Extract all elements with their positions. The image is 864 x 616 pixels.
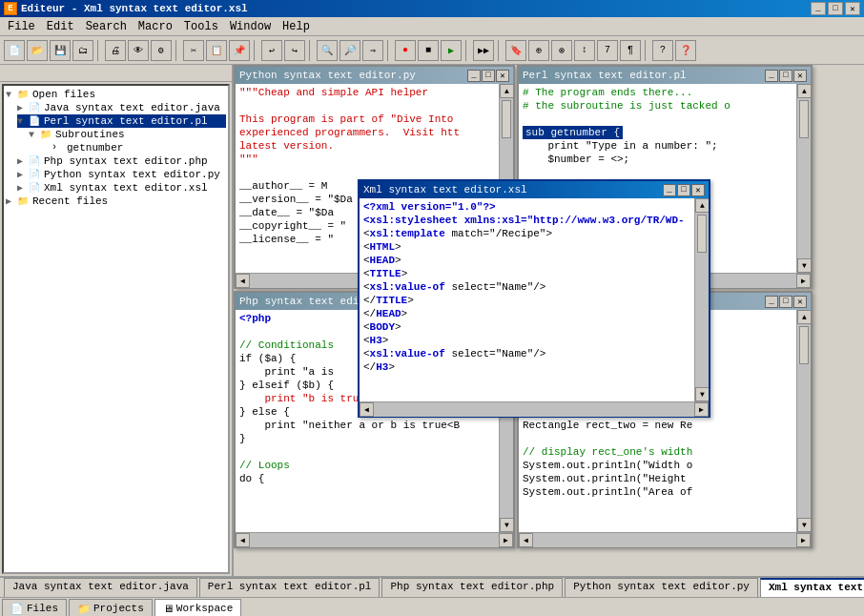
scroll-up[interactable]: ▲: [797, 84, 811, 98]
goto-button[interactable]: ⇒: [362, 40, 383, 61]
scroll-down[interactable]: ▼: [797, 258, 811, 273]
scroll-thumb[interactable]: [799, 326, 809, 364]
about-button[interactable]: ❓: [675, 40, 696, 61]
close-button[interactable]: ✕: [845, 2, 860, 15]
xml-maximize[interactable]: □: [677, 184, 690, 196]
tree-perl-file[interactable]: ▼ 📄 Perl syntax text editor.pl: [17, 114, 226, 128]
tab-java[interactable]: Java syntax text editor.java: [4, 578, 197, 597]
hscroll-right[interactable]: ▶: [499, 533, 513, 547]
scroll-down[interactable]: ▼: [797, 518, 811, 532]
python-close[interactable]: ✕: [496, 70, 509, 82]
file-tree-content[interactable]: ▼ 📁 Open files ▶ 📄 Java syntax text edit…: [2, 84, 230, 574]
menu-window[interactable]: Window: [224, 18, 277, 35]
tree-php-file[interactable]: ▶ 📄 Php syntax text editor.php: [17, 154, 226, 168]
find-button[interactable]: 🔍: [317, 40, 338, 61]
bookmark-button[interactable]: 🔖: [505, 40, 526, 61]
run-button[interactable]: ▶▶: [473, 40, 494, 61]
redo-button[interactable]: ↪: [284, 40, 305, 61]
stop-button[interactable]: ■: [418, 40, 439, 61]
tab-python[interactable]: Python syntax text editor.py: [565, 578, 758, 597]
save-all-button[interactable]: 🗂: [72, 40, 93, 61]
scroll-track[interactable]: [695, 213, 709, 387]
scroll-thumb[interactable]: [799, 100, 809, 138]
java-close[interactable]: ✕: [793, 296, 807, 308]
tree-recent-files[interactable]: ▶ 📁 Recent files: [6, 195, 226, 208]
save-button[interactable]: 💾: [50, 40, 71, 61]
undo-button[interactable]: ↩: [261, 40, 282, 61]
b2-button[interactable]: ⊕: [528, 40, 549, 61]
properties-button[interactable]: ⚙: [151, 40, 172, 61]
python-maximize[interactable]: □: [482, 70, 495, 82]
print-preview-button[interactable]: 👁: [128, 40, 149, 61]
hscroll-right[interactable]: ▶: [694, 402, 709, 417]
cut-button[interactable]: ✂: [183, 40, 204, 61]
scroll-thumb[interactable]: [697, 215, 707, 253]
hscroll-track[interactable]: [374, 402, 694, 417]
hscroll-right[interactable]: ▶: [796, 274, 811, 288]
xml-minimize[interactable]: _: [663, 184, 676, 196]
menu-help[interactable]: Help: [277, 18, 316, 35]
hscroll-left[interactable]: ◀: [519, 533, 533, 547]
hscroll-left[interactable]: ◀: [236, 533, 250, 547]
python-minimize[interactable]: _: [467, 70, 481, 82]
tree-java-file[interactable]: ▶ 📄 Java syntax text editor.java: [17, 101, 226, 114]
java-minimize[interactable]: _: [765, 296, 778, 308]
b6-button[interactable]: ¶: [620, 40, 641, 61]
hscroll-left[interactable]: ◀: [360, 402, 374, 417]
minimize-button[interactable]: _: [811, 2, 826, 15]
perl-scrollbar[interactable]: ▲ ▼: [796, 84, 811, 273]
print-button[interactable]: 🖨: [105, 40, 126, 61]
perl-minimize[interactable]: _: [765, 70, 778, 82]
scroll-thumb[interactable]: [502, 100, 511, 138]
xml-editor-content[interactable]: <?xml version="1.0"?> <xsl:stylesheet xm…: [360, 198, 694, 401]
scroll-track[interactable]: [797, 324, 811, 518]
new-button[interactable]: 📄: [4, 40, 25, 61]
maximize-button[interactable]: □: [828, 2, 843, 15]
scroll-up[interactable]: ▲: [797, 310, 811, 324]
find-replace-button[interactable]: 🔎: [339, 40, 360, 61]
open-button[interactable]: 📂: [27, 40, 48, 61]
scroll-down[interactable]: ▼: [695, 387, 709, 401]
java-maximize[interactable]: □: [779, 296, 792, 308]
tree-xml-file[interactable]: ▶ 📄 Xml syntax text editor.xsl: [17, 181, 226, 195]
scroll-up[interactable]: ▲: [695, 198, 709, 213]
scroll-track[interactable]: [797, 98, 811, 258]
perl-maximize[interactable]: □: [779, 70, 792, 82]
b5-button[interactable]: 7: [597, 40, 618, 61]
b3-button[interactable]: ⊗: [551, 40, 572, 61]
scroll-up[interactable]: ▲: [500, 84, 513, 98]
scroll-down[interactable]: ▼: [500, 518, 513, 532]
tree-python-file[interactable]: ▶ 📄 Python syntax text editor.py: [17, 168, 226, 181]
projects-tab[interactable]: 📁 Projects: [69, 599, 153, 617]
hscroll-track[interactable]: [250, 533, 499, 547]
tree-open-files[interactable]: ▼ 📁 Open files: [6, 88, 226, 101]
paste-button[interactable]: 📌: [229, 40, 250, 61]
menu-tools[interactable]: Tools: [178, 18, 224, 35]
tab-xml[interactable]: Xml syntax text editor.xsl: [760, 578, 864, 597]
menu-macro[interactable]: Macro: [133, 18, 178, 35]
perl-editor-title[interactable]: Perl syntax text editor.pl _ □ ✕: [519, 67, 811, 84]
hscroll-left[interactable]: ◀: [236, 274, 250, 288]
menu-file[interactable]: File: [2, 18, 41, 35]
perl-close[interactable]: ✕: [793, 70, 807, 82]
xml-editor-title[interactable]: Xml syntax text editor.xsl _ □ ✕: [360, 181, 709, 198]
tree-subroutines[interactable]: ▼ 📁 Subroutines: [29, 128, 226, 141]
menu-search[interactable]: Search: [80, 18, 133, 35]
tab-perl[interactable]: Perl syntax text editor.pl: [199, 578, 381, 597]
tab-php[interactable]: Php syntax text editor.php: [381, 578, 563, 597]
workspace-tab[interactable]: 🖥 Workspace: [154, 599, 241, 617]
help-button[interactable]: ?: [652, 40, 673, 61]
xml-scrollbar[interactable]: ▲ ▼: [694, 198, 709, 401]
files-tab[interactable]: 📄 Files: [2, 599, 67, 617]
record-button[interactable]: ●: [395, 40, 416, 61]
copy-button[interactable]: 📋: [206, 40, 227, 61]
tree-getnumber[interactable]: › getnumber: [40, 141, 226, 154]
java-scrollbar[interactable]: ▲ ▼: [796, 310, 811, 532]
hscroll-track[interactable]: [533, 533, 796, 547]
menu-edit[interactable]: Edit: [41, 18, 80, 35]
python-editor-title[interactable]: Python syntax text editor.py _ □ ✕: [236, 67, 513, 84]
b4-button[interactable]: ↕: [574, 40, 595, 61]
hscroll-right[interactable]: ▶: [796, 533, 811, 547]
xml-close[interactable]: ✕: [691, 184, 705, 196]
play-button[interactable]: ▶: [441, 40, 462, 61]
